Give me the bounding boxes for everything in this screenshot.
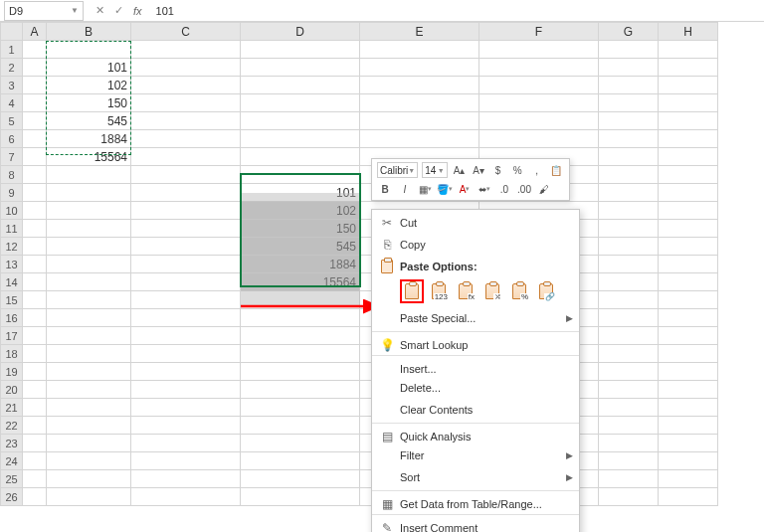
cell[interactable]	[599, 41, 659, 59]
name-box[interactable]: D9 ▼	[4, 1, 84, 21]
cell[interactable]	[599, 273, 659, 291]
cell[interactable]	[659, 488, 718, 506]
row-header[interactable]: 19	[1, 363, 23, 381]
col-header[interactable]: B	[47, 23, 131, 41]
cell[interactable]	[131, 130, 241, 148]
cancel-icon[interactable]: ✕	[96, 4, 104, 17]
cell[interactable]	[47, 399, 131, 417]
col-header[interactable]: C	[131, 23, 241, 41]
cell[interactable]	[241, 399, 360, 417]
cell[interactable]: 150	[47, 94, 131, 112]
cell[interactable]	[659, 273, 718, 291]
font-size-selector[interactable]: 14▼	[422, 162, 447, 178]
cell[interactable]	[241, 59, 360, 77]
cell[interactable]	[47, 435, 131, 452]
cell[interactable]	[659, 59, 718, 77]
row-header[interactable]: 12	[1, 238, 23, 256]
menu-sort[interactable]: Sort▶	[372, 466, 579, 488]
row-header[interactable]: 16	[1, 309, 23, 327]
cell[interactable]	[23, 273, 47, 291]
menu-quick-analysis[interactable]: ▤Quick Analysis	[372, 423, 579, 444]
row-header[interactable]: 23	[1, 435, 23, 452]
cell[interactable]	[23, 327, 47, 345]
cell[interactable]	[241, 94, 360, 112]
cell[interactable]	[659, 94, 718, 112]
col-header[interactable]: D	[241, 23, 360, 41]
cell[interactable]	[131, 381, 241, 399]
borders-button[interactable]: ▦▾	[417, 181, 433, 197]
menu-copy[interactable]: ⎘Copy	[372, 234, 579, 256]
row-header[interactable]: 17	[1, 327, 23, 345]
decrease-font-button[interactable]: A▾	[471, 162, 486, 178]
cell[interactable]	[23, 291, 47, 309]
cell[interactable]	[599, 59, 659, 77]
cell[interactable]	[131, 417, 241, 435]
cell[interactable]	[23, 256, 47, 273]
cell[interactable]	[23, 417, 47, 435]
row-header[interactable]: 25	[1, 470, 23, 488]
cell[interactable]	[131, 291, 241, 309]
cell[interactable]	[131, 256, 241, 273]
cell[interactable]	[241, 166, 360, 184]
row-header[interactable]: 3	[1, 77, 23, 94]
cell[interactable]	[479, 130, 599, 148]
cell[interactable]	[659, 202, 718, 220]
cell[interactable]	[23, 470, 47, 488]
cell[interactable]	[241, 112, 360, 130]
menu-paste-special[interactable]: Paste Special...▶	[372, 307, 579, 329]
merge-center-button[interactable]: ⬌▾	[477, 181, 492, 197]
cell[interactable]	[241, 435, 360, 452]
cell[interactable]	[599, 435, 659, 452]
cell[interactable]	[599, 130, 659, 148]
format-painter-button[interactable]: 🖌	[536, 181, 552, 197]
row-header[interactable]: 5	[1, 112, 23, 130]
cell[interactable]	[47, 327, 131, 345]
format-painter-icon[interactable]: 📋	[548, 162, 564, 178]
col-header[interactable]: A	[23, 23, 47, 41]
cell[interactable]	[659, 238, 718, 256]
increase-decimal-button[interactable]: .00	[516, 181, 532, 197]
cell[interactable]	[659, 327, 718, 345]
cell[interactable]	[23, 345, 47, 363]
cell[interactable]	[599, 417, 659, 435]
cell[interactable]: 15564	[241, 273, 360, 291]
cell[interactable]	[23, 166, 47, 184]
font-selector[interactable]: Calibri▼	[377, 162, 418, 178]
cell[interactable]	[47, 41, 131, 59]
cell[interactable]	[47, 202, 131, 220]
menu-delete[interactable]: Delete...	[372, 377, 579, 399]
cell[interactable]	[23, 41, 47, 59]
cell[interactable]	[47, 470, 131, 488]
cell[interactable]	[23, 381, 47, 399]
cell[interactable]	[131, 238, 241, 256]
paste-values-button[interactable]: 123	[427, 279, 451, 303]
cell[interactable]	[131, 202, 241, 220]
cell[interactable]	[599, 363, 659, 381]
cell[interactable]	[659, 130, 718, 148]
cell[interactable]	[47, 452, 131, 470]
cell[interactable]	[659, 381, 718, 399]
cell[interactable]	[23, 112, 47, 130]
cell[interactable]	[23, 130, 47, 148]
cell[interactable]	[47, 184, 131, 202]
formula-input[interactable]: 101	[150, 5, 764, 17]
cell[interactable]	[131, 345, 241, 363]
cell[interactable]	[659, 399, 718, 417]
cell[interactable]	[47, 488, 131, 506]
menu-clear-contents[interactable]: Clear Contents	[372, 399, 579, 421]
row-header[interactable]: 8	[1, 166, 23, 184]
cell[interactable]	[599, 327, 659, 345]
percent-format-button[interactable]: %	[509, 162, 525, 178]
menu-get-data[interactable]: ▦Get Data from Table/Range...	[372, 490, 579, 512]
row-header[interactable]: 1	[1, 41, 23, 59]
cell[interactable]	[659, 417, 718, 435]
menu-insert[interactable]: Insert...	[372, 355, 579, 377]
row-header[interactable]: 13	[1, 256, 23, 273]
menu-filter[interactable]: Filter▶	[372, 444, 579, 466]
cell[interactable]	[241, 327, 360, 345]
cell[interactable]	[131, 470, 241, 488]
row-header[interactable]: 24	[1, 452, 23, 470]
cell[interactable]	[599, 166, 659, 184]
cell[interactable]	[23, 238, 47, 256]
bold-button[interactable]: B	[377, 181, 393, 197]
